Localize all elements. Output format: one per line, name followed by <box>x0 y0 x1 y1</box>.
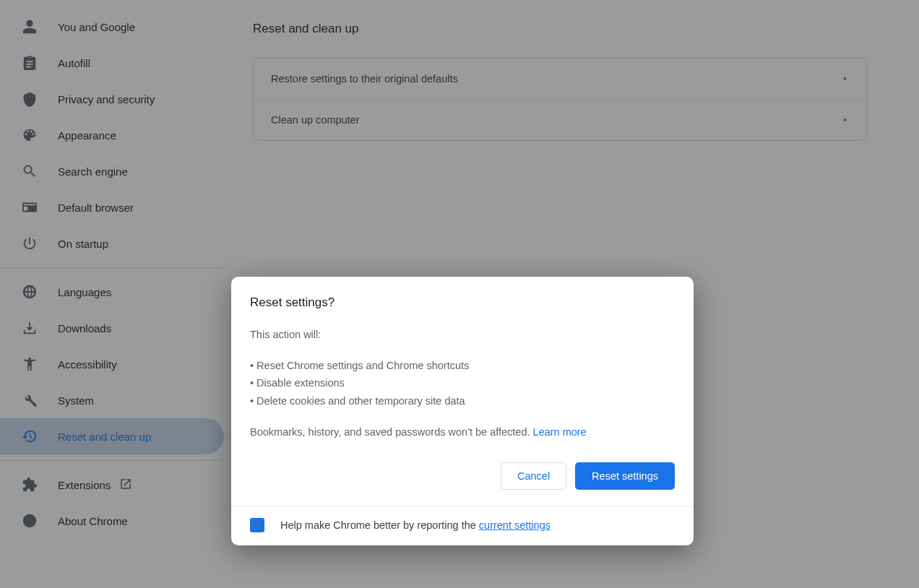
reset-settings-button[interactable]: Reset settings <box>575 462 675 490</box>
dialog-bullet: • Delete cookies and other temporary sit… <box>250 392 675 410</box>
dialog-content: This action will: • Reset Chrome setting… <box>250 326 675 441</box>
report-settings-label: Help make Chrome better by reporting the… <box>280 519 551 531</box>
dialog-bullet: • Disable extensions <box>250 374 675 392</box>
dialog-note: Bookmarks, history, and saved passwords … <box>250 423 675 441</box>
dialog-intro: This action will: <box>250 326 675 344</box>
dialog-bullet: • Reset Chrome settings and Chrome short… <box>250 357 675 375</box>
learn-more-link[interactable]: Learn more <box>530 426 587 438</box>
current-settings-link[interactable]: current settings <box>479 519 551 531</box>
reset-settings-dialog: Reset settings? This action will: • Rese… <box>231 277 694 545</box>
dialog-title: Reset settings? <box>250 295 675 310</box>
cancel-button[interactable]: Cancel <box>501 462 566 490</box>
report-settings-checkbox[interactable] <box>250 518 264 532</box>
